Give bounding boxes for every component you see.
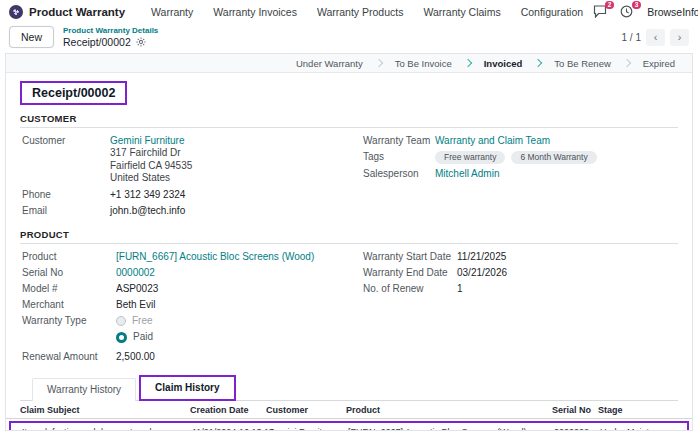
merchant-field: Merchant Beth Evil <box>22 299 337 311</box>
control-panel: New Product Warranty Details Receipt/000… <box>0 23 698 53</box>
radio-paid[interactable] <box>116 332 127 343</box>
stage-under-warranty[interactable]: Under Warranty <box>283 58 376 69</box>
column-header-customer[interactable]: Customer <box>266 405 346 415</box>
warranty-start-date-value[interactable]: 11/21/2025 <box>457 251 678 263</box>
column-header-claim-subject[interactable]: Claim Subject <box>20 405 190 415</box>
cell-customer: Gemini Furniture <box>268 426 348 432</box>
pager: 1 / 1 ‹ › <box>622 29 689 46</box>
product-section-heading: PRODUCT <box>20 229 678 244</box>
warranty-team-link[interactable]: Warranty and Claim Team <box>435 135 550 146</box>
address-line: 317 Fairchild Dr <box>110 147 337 160</box>
cell-claim-subject: Item defective and does not works <box>22 426 192 432</box>
merchant-value: Beth Evil <box>116 299 337 311</box>
no-of-renew-field: No. of Renew 1 <box>363 283 678 295</box>
claims-table-header: Claim Subject Creation Date Customer Pro… <box>6 401 692 419</box>
salesperson-link[interactable]: Mitchell Admin <box>435 168 499 179</box>
warranty-type-field: Warranty Type Free Paid <box>22 315 337 347</box>
salesperson-field: Salesperson Mitchell Admin <box>363 168 678 180</box>
cell-creation-date: 11/21/2024 16:13:14 <box>192 426 268 432</box>
stage-to-be-invoice[interactable]: To Be Invoice <box>382 58 465 69</box>
activities-icon[interactable]: 3 <box>620 5 635 19</box>
customer-section-heading: CUSTOMER <box>20 113 678 128</box>
stage-expired[interactable]: Expired <box>630 58 688 69</box>
warranty-end-date-field: Warranty End Date 03/21/2026 <box>363 267 678 279</box>
phone-field: Phone +1 312 349 2324 <box>22 189 337 201</box>
breadcrumb-current: Receipt/00002 <box>63 36 131 49</box>
renewal-amount-value[interactable]: 2,500.00 <box>116 351 337 363</box>
menu-item-configuration[interactable]: Configuration <box>521 6 583 18</box>
tags-field: Tags Free warranty 6 Month Warranty <box>363 151 678 164</box>
stage-invoiced[interactable]: Invoiced <box>471 58 536 69</box>
renewal-amount-field: Renewal Amount 2,500.00 <box>22 351 337 363</box>
messages-icon[interactable]: 2 <box>593 5 608 19</box>
address-line: United States <box>110 172 337 185</box>
form-sheet: Under Warranty To Be Invoice Invoiced To… <box>5 53 693 431</box>
radio-free[interactable] <box>116 316 126 326</box>
tag-badge: 6 Month Warranty <box>511 151 596 164</box>
top-navbar: Product Warranty Warranty Warranty Invoi… <box>0 0 698 23</box>
warranty-start-date-field: Warranty Start Date 11/21/2025 <box>363 251 678 263</box>
activities-badge: 3 <box>632 1 641 10</box>
notebook-tabs: Warranty History Claim History <box>20 375 678 401</box>
model-value: ASP0023 <box>116 283 337 295</box>
product-link[interactable]: [FURN_6667] Acoustic Bloc Screens (Wood) <box>116 251 314 262</box>
breadcrumb-parent-link[interactable]: Product Warranty Details <box>63 26 158 36</box>
column-header-product[interactable]: Product <box>346 405 552 415</box>
phone-value[interactable]: +1 312 349 2324 <box>110 189 337 201</box>
warranty-team-field: Warranty Team Warranty and Claim Team <box>363 135 678 147</box>
cell-stage: Under Maintenance <box>600 426 679 432</box>
gear-icon[interactable] <box>136 37 146 47</box>
email-value[interactable]: john.b@tech.info <box>110 205 337 217</box>
stage-to-be-renew[interactable]: To Be Renew <box>541 58 624 69</box>
tab-claim-history[interactable]: Claim History <box>139 375 235 401</box>
prev-page-button[interactable]: ‹ <box>646 29 665 46</box>
customer-field: Customer Gemini Furniture 317 Fairchild … <box>22 135 337 185</box>
cell-serial-no: 0000002 <box>554 426 600 432</box>
model-field: Model # ASP0023 <box>22 283 337 295</box>
user-menu[interactable]: BrowseInfo <box>647 6 698 18</box>
messages-badge: 2 <box>605 1 614 10</box>
address-line: Fairfield CA 94535 <box>110 160 337 173</box>
customer-section: Customer Gemini Furniture 317 Fairchild … <box>6 128 692 221</box>
page-title: Receipt/00002 <box>20 81 127 105</box>
menu-item-warranty[interactable]: Warranty <box>151 6 193 18</box>
menu-item-warranty-invoices[interactable]: Warranty Invoices <box>213 6 297 18</box>
warranty-end-date-value[interactable]: 03/21/2026 <box>457 267 678 279</box>
column-header-creation-date[interactable]: Creation Date <box>190 405 266 415</box>
breadcrumb: Product Warranty Details Receipt/00002 <box>63 26 158 48</box>
claim-row[interactable]: Item defective and does not works 11/21/… <box>9 421 689 432</box>
claims-table: Claim Subject Creation Date Customer Pro… <box>6 401 692 432</box>
radio-free-label: Free <box>132 315 153 327</box>
serial-no-field: Serial No 0000002 <box>22 267 337 279</box>
next-page-button[interactable]: › <box>670 29 689 46</box>
app-logo-icon[interactable] <box>9 5 23 19</box>
serial-no-link[interactable]: 0000002 <box>116 267 155 278</box>
customer-link[interactable]: Gemini Furniture <box>110 135 184 146</box>
column-header-serial-no[interactable]: Serial No <box>552 405 598 415</box>
tag-badge: Free warranty <box>435 151 505 164</box>
menu-item-warranty-products[interactable]: Warranty Products <box>317 6 404 18</box>
pager-value: 1 / 1 <box>622 32 641 43</box>
new-button[interactable]: New <box>9 26 54 48</box>
cell-product: [FURN_6667] Acoustic Bloc Screens (Wood) <box>348 426 554 432</box>
email-field: Email john.b@tech.info <box>22 205 337 217</box>
product-section: Product [FURN_6667] Acoustic Bloc Screen… <box>6 244 692 367</box>
tab-warranty-history[interactable]: Warranty History <box>32 378 136 401</box>
statusbar: Under Warranty To Be Invoice Invoiced To… <box>6 54 692 73</box>
radio-paid-label: Paid <box>133 331 153 343</box>
menu-item-warranty-claims[interactable]: Warranty Claims <box>423 6 500 18</box>
product-field: Product [FURN_6667] Acoustic Bloc Screen… <box>22 251 337 263</box>
column-header-stage[interactable]: Stage <box>598 405 678 415</box>
no-of-renew-value: 1 <box>457 283 678 295</box>
app-title[interactable]: Product Warranty <box>29 6 125 18</box>
